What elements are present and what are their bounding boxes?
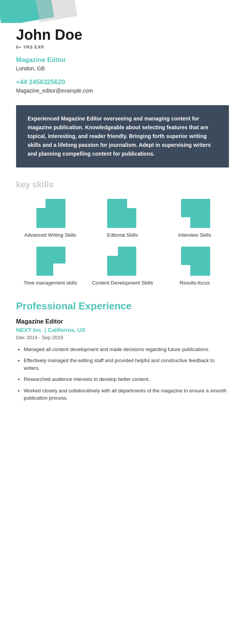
summary-text: Experienced Magazine Editor overseeing a… (28, 114, 217, 158)
job-responsibilities: Managed all content development and made… (16, 346, 229, 402)
skill-icon-time-management (35, 245, 65, 276)
skill-label-time-management: Time management skills (23, 280, 77, 286)
skill-icon-advanced-writing (35, 197, 65, 228)
employment-dates: Dec 2014 - Sep 2019 (16, 335, 229, 340)
header-decoration (0, 0, 245, 23)
skill-item-editorial: Editorial Skills (88, 197, 157, 239)
skill-item-content-development: Content Development Skills (88, 245, 157, 286)
location: London, GB (16, 65, 229, 72)
summary-box: Experienced Magazine Editor overseeing a… (16, 105, 229, 168)
skill-label-content-development: Content Development Skills (92, 280, 153, 286)
phone: +44 2456325620 (16, 78, 229, 86)
skills-grid: Advanced Writing Skills Editorial Skills… (16, 197, 229, 286)
experience-section-title: Professional Experience (16, 300, 229, 312)
skill-item-interview: Interview Skills (160, 197, 229, 239)
skill-label-advanced-writing: Advanced Writing Skills (24, 232, 77, 239)
skill-item-results-focus: Results-focus (160, 245, 229, 286)
candidate-name: John Doe (16, 27, 229, 43)
skill-icon-content-development (107, 245, 138, 276)
skill-label-results-focus: Results-focus (180, 280, 210, 286)
bullet-item-4: Worked closely and collaboratively with … (24, 387, 229, 402)
skill-icon-interview (180, 197, 210, 228)
job-title: Magazine Editor (16, 56, 229, 64)
bullet-item-2: Effectively managed the editing staff an… (24, 357, 229, 372)
gray-decorative-shape (34, 0, 77, 23)
skill-item-advanced-writing: Advanced Writing Skills (16, 197, 85, 239)
bullet-item-3: Researched audience interests to develop… (24, 376, 229, 383)
company-name: NEXT Inc. | California, US (16, 327, 229, 333)
skill-icon-editorial (107, 197, 138, 228)
bullet-item-1: Managed all content development and made… (24, 346, 229, 353)
skill-label-editorial: Editorial Skills (107, 232, 138, 239)
main-content: John Doe 6+ YRS EXP. Magazine Editor Lon… (0, 23, 245, 421)
experience-badge: 6+ YRS EXP. (16, 45, 229, 49)
job-role-title: Magazine Editor (16, 318, 229, 325)
skills-section-title: key skills (16, 180, 229, 190)
skill-label-interview: Interview Skills (178, 232, 211, 239)
email: Magazine_editor@example.com (16, 88, 229, 94)
skill-icon-results-focus (180, 245, 210, 276)
skill-item-time-management: Time management skills (16, 245, 85, 286)
